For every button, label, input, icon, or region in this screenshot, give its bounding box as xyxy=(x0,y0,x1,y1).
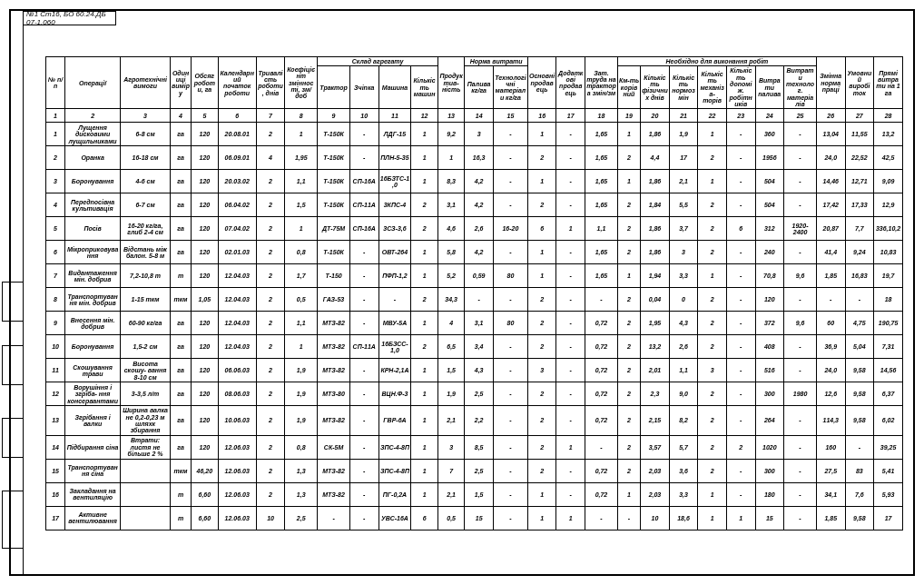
cell-r16-c19: 1 xyxy=(617,482,640,506)
cell-r13-c27: 9,58 xyxy=(845,406,874,435)
cell-r13-c23: - xyxy=(726,406,755,435)
cell-r1-c17: - xyxy=(556,123,585,146)
cell-r6-c2: Мікроприковування xyxy=(65,241,121,264)
cell-r8-c24: 120 xyxy=(755,288,784,312)
cell-r14-c2: Підбирання сіна xyxy=(65,435,121,459)
cell-r4-c7: 2 xyxy=(256,193,285,217)
cell-r4-c18: 1,65 xyxy=(585,193,618,217)
cell-r15-c21: 3,6 xyxy=(669,459,698,482)
cell-r1-c21: 1,9 xyxy=(669,123,698,146)
cell-r6-c9: Т-150К xyxy=(318,241,350,264)
cell-r8-c23: - xyxy=(726,288,755,312)
colnum-5: 5 xyxy=(192,109,218,123)
cell-r6-c10: - xyxy=(349,241,378,264)
cell-r15-c19: 2 xyxy=(617,459,640,482)
h-help: Кількість допоміж. робітників xyxy=(726,66,755,109)
cell-r12-c5: 120 xyxy=(192,382,218,406)
table-row: 12Ворушіння і згріба- ння консервантами3… xyxy=(46,382,903,406)
cell-r4-c12: 2 xyxy=(411,193,438,217)
cell-r11-c9: МТЗ-82 xyxy=(318,359,350,382)
cell-r1-c9: Т-150К xyxy=(318,123,350,146)
cell-r8-c16: 2 xyxy=(527,288,556,312)
cell-r8-c8: 0,5 xyxy=(285,288,318,312)
cell-r13-c11: ГВР-6А xyxy=(378,406,411,435)
cell-r11-c23: - xyxy=(726,359,755,382)
cell-r17-c11: УВС-16А xyxy=(378,506,411,530)
cell-r15-c10: - xyxy=(349,459,378,482)
cell-r9-c14: 3,1 xyxy=(465,312,494,335)
cell-r7-c10: - xyxy=(349,264,378,288)
cell-r4-c25: - xyxy=(784,193,817,217)
cell-r6-c13: 5,8 xyxy=(437,241,464,264)
h-shiftnorm: Змінна норма праці xyxy=(816,57,845,109)
cell-r3-c27: 12,71 xyxy=(845,170,874,193)
table-row: 9Внесення мін. добрив60-90 кг/гага12012.… xyxy=(46,312,903,335)
cell-r8-c4: ткм xyxy=(170,288,191,312)
table-row: 15Транспортування сінаткм46,2012.06.0321… xyxy=(46,459,903,482)
table-row: 16Закладання на вентиляціют6,6012.06.032… xyxy=(46,482,903,506)
cell-r12-c17: - xyxy=(556,382,585,406)
cell-r10-c22: 2 xyxy=(698,335,727,359)
cell-r7-c2: Видантаження мін. добрив xyxy=(65,264,121,288)
cell-r8-c11: - xyxy=(378,288,411,312)
cell-r10-c20: 13,2 xyxy=(641,335,670,359)
cell-r8-c21: 0 xyxy=(669,288,698,312)
cell-r1-c2: Лущення дисковими лущильниками xyxy=(65,123,121,146)
cell-r15-c18: 0,72 xyxy=(585,459,618,482)
cell-r14-c12: 1 xyxy=(411,435,438,459)
cell-r17-c25: - xyxy=(784,506,817,530)
cell-r15-c8: 1,3 xyxy=(285,459,318,482)
cell-r13-c8: 1,9 xyxy=(285,406,318,435)
cell-r10-c7: 2 xyxy=(256,335,285,359)
cell-r13-c25: - xyxy=(784,406,817,435)
colnum-18: 18 xyxy=(585,109,618,123)
colnum-1: 1 xyxy=(46,109,65,123)
h-fuel: Палива кг/га xyxy=(465,66,494,109)
cell-r14-c8: 0,8 xyxy=(285,435,318,459)
cell-r8-c15: - xyxy=(493,288,527,312)
cell-r16-c6: 12.06.03 xyxy=(218,482,256,506)
cell-r16-c21: 3,3 xyxy=(669,482,698,506)
cell-r6-c23: - xyxy=(726,241,755,264)
cell-r12-c14: 2,5 xyxy=(465,382,494,406)
cell-r13-c18: 0,72 xyxy=(585,406,618,435)
cell-r12-c28: 6,37 xyxy=(874,382,903,406)
cell-r14-c14: 8,5 xyxy=(465,435,494,459)
cell-r9-c5: 120 xyxy=(192,312,218,335)
cell-r1-c5: 120 xyxy=(192,123,218,146)
cell-r5-c12: 2 xyxy=(411,217,438,241)
cell-r4-c11: 3КПС-4 xyxy=(378,193,411,217)
h-unit: Одиниці виміру xyxy=(170,57,191,109)
h-tractor: Трактор xyxy=(318,66,350,109)
cell-r12-c15: - xyxy=(493,382,527,406)
cell-r11-c25: - xyxy=(784,359,817,382)
side-tab-3 xyxy=(2,418,24,458)
cell-r12-c27: 9,58 xyxy=(845,382,874,406)
cell-r15-c1: 15 xyxy=(46,459,65,482)
cell-r4-c19: 2 xyxy=(617,193,640,217)
cell-r13-c26: 114,3 xyxy=(816,406,845,435)
cell-r17-c1: 17 xyxy=(46,506,65,530)
table-row: 7Видантаження мін. добрив7,2-10,8 тт1201… xyxy=(46,264,903,288)
cell-r15-c24: 300 xyxy=(755,459,784,482)
cell-r17-c8: 2,5 xyxy=(285,506,318,530)
cell-r1-c13: 9,2 xyxy=(437,123,464,146)
colnum-15: 15 xyxy=(493,109,527,123)
cell-r17-c15: - xyxy=(493,506,527,530)
cell-r4-c10: СП-11А xyxy=(349,193,378,217)
cell-r3-c3: 4-6 см xyxy=(121,170,171,193)
cell-r4-c23: - xyxy=(726,193,755,217)
table-row: 3Боронування4-6 смга12020.03.0221,1Т-150… xyxy=(46,170,903,193)
cell-r16-c22: 1 xyxy=(698,482,727,506)
cell-r14-c21: 5,7 xyxy=(669,435,698,459)
cell-r7-c3: 7,2-10,8 т xyxy=(121,264,171,288)
cell-r11-c15: - xyxy=(493,359,527,382)
colnum-28: 28 xyxy=(874,109,903,123)
cell-r11-c26: 24,0 xyxy=(816,359,845,382)
cell-r14-c17: 1 xyxy=(556,435,585,459)
cell-r5-c3: 16-20 кг/га, глиб 2-4 см xyxy=(121,217,171,241)
cell-r5-c22: 2 xyxy=(698,217,727,241)
cell-r16-c4: т xyxy=(170,482,191,506)
cell-r1-c11: ЛДГ-15 xyxy=(378,123,411,146)
cell-r5-c10: СП-16А xyxy=(349,217,378,241)
